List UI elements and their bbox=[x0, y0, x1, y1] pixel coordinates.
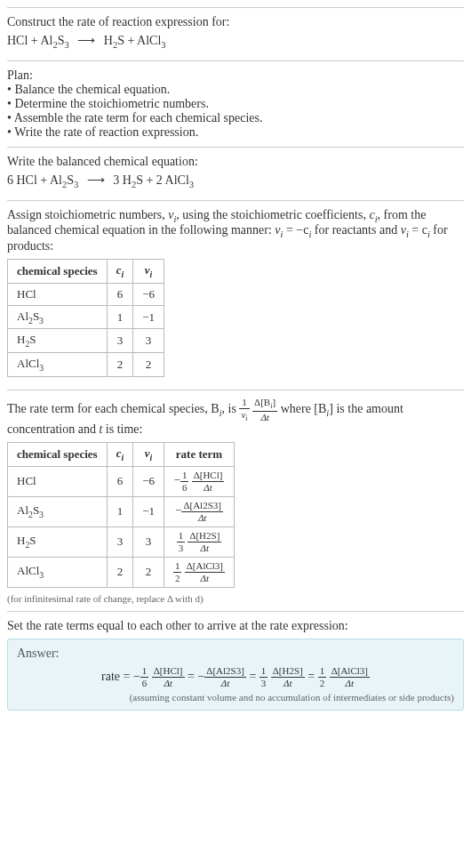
balanced-title: Write the balanced chemical equation: bbox=[7, 155, 464, 169]
table-row: H2S33 13 Δ[H2S]Δt bbox=[8, 526, 235, 557]
fraction: Δ[Bi]Δt bbox=[252, 398, 277, 422]
final-title: Set the rate terms equal to each other t… bbox=[7, 619, 464, 633]
eq-h2s: H2S bbox=[104, 34, 124, 47]
plan-item: • Determine the stoichiometric numbers. bbox=[7, 97, 464, 111]
rate-term-text: The rate term for each chemical species,… bbox=[7, 398, 464, 437]
plan-item: • Balance the chemical equation. bbox=[7, 83, 464, 97]
table-row: HCl6−6 bbox=[8, 283, 164, 305]
table-row: HCl6−6 −16 Δ[HCl]Δt bbox=[8, 466, 235, 496]
table-row: chemical species ci νi rate term bbox=[8, 443, 235, 467]
arrow-icon bbox=[72, 34, 100, 47]
arrow-icon bbox=[82, 173, 110, 187]
stoich-table-1: chemical species ci νi HCl6−6 Al2S31−1 H… bbox=[7, 259, 164, 376]
plan-item: • Write the rate of reaction expression. bbox=[7, 125, 464, 140]
table-row: AlCl322 bbox=[8, 352, 164, 376]
table-row: chemical species ci νi bbox=[8, 260, 164, 284]
assign-text: Assign stoichiometric numbers, νi, using… bbox=[7, 208, 464, 254]
table-row: Al2S31−1 −Δ[Al2S3]Δt bbox=[8, 496, 235, 526]
balanced-equation: 6 HCl + Al2S3 3 H2S + 2 AlCl3 bbox=[7, 173, 464, 189]
eq-alcl3: AlCl3 bbox=[137, 34, 165, 47]
rate-expression: rate = −16 Δ[HCl]Δt = −Δ[Al2S3]Δt = 13 Δ… bbox=[17, 666, 454, 688]
answer-box: Answer: rate = −16 Δ[HCl]Δt = −Δ[Al2S3]Δ… bbox=[7, 639, 464, 711]
assign-section: Assign stoichiometric numbers, νi, using… bbox=[7, 200, 464, 390]
plan-title: Plan: bbox=[7, 68, 464, 83]
answer-label: Answer: bbox=[17, 647, 454, 661]
eq-al2s3: Al2S3 bbox=[40, 34, 68, 47]
intro-prompt: Construct the rate of reaction expressio… bbox=[7, 15, 464, 29]
plan-section: Plan: • Balance the chemical equation. •… bbox=[7, 60, 464, 147]
answer-note: (assuming constant volume and no accumul… bbox=[17, 692, 454, 703]
fraction: 1νi bbox=[239, 398, 249, 422]
balanced-section: Write the balanced chemical equation: 6 … bbox=[7, 147, 464, 200]
table-row: H2S33 bbox=[8, 329, 164, 353]
table2-note: (for infinitesimal rate of change, repla… bbox=[7, 593, 464, 604]
eq-hcl: HCl bbox=[7, 34, 28, 47]
table-row: Al2S31−1 bbox=[8, 305, 164, 329]
rate-term-section: The rate term for each chemical species,… bbox=[7, 390, 464, 611]
table-row: AlCl322 12 Δ[AlCl3]Δt bbox=[8, 557, 235, 587]
intro-equation: HCl + Al2S3 H2S + AlCl3 bbox=[7, 33, 464, 50]
plan-item: • Assemble the rate term for each chemic… bbox=[7, 111, 464, 125]
stoich-table-2: chemical species ci νi rate term HCl6−6 … bbox=[7, 442, 235, 588]
final-section: Set the rate terms equal to each other t… bbox=[7, 611, 464, 718]
intro-section: Construct the rate of reaction expressio… bbox=[7, 7, 464, 60]
